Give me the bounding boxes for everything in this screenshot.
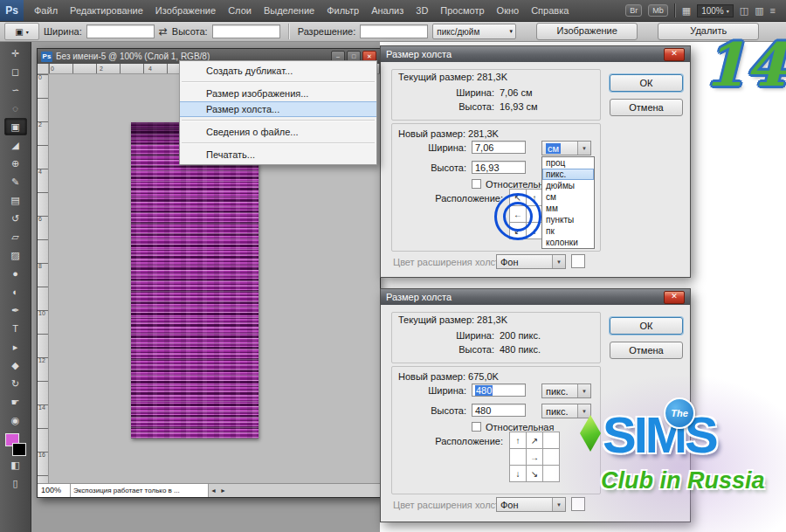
anchor-cell[interactable]: ↗	[526, 432, 543, 449]
crop-height-input[interactable]	[212, 24, 280, 38]
menu-item-file-info[interactable]: Сведения о файле...	[180, 124, 376, 140]
tool-preset-picker[interactable]: ▣ ▾	[4, 23, 39, 40]
canvas-extension-color-select[interactable]: Фон ▼	[496, 254, 566, 269]
ruler-number: 8	[38, 263, 48, 310]
annotation-circle-inner	[503, 202, 533, 231]
anchor-cell-selected[interactable]	[509, 448, 527, 466]
cancel-button[interactable]: Отмена	[610, 99, 683, 116]
close-icon[interactable]: ✕	[664, 291, 685, 304]
ok-button[interactable]: ОК	[610, 74, 683, 92]
arrange-documents-icon[interactable]: ◫	[740, 5, 748, 17]
dialog-titlebar[interactable]: Размер холста ✕	[381, 289, 690, 305]
quick-selection-tool[interactable]: ◌	[5, 100, 26, 117]
menu-item-file[interactable]: Файл	[28, 0, 64, 21]
relative-checkbox[interactable]	[472, 422, 481, 432]
unit-option-mm[interactable]: мм	[542, 203, 594, 214]
status-left-arrow-icon[interactable]: ◄	[209, 487, 218, 494]
anchor-cell[interactable]: →	[526, 448, 543, 466]
logo-sims-text: SIMS	[603, 410, 716, 460]
path-selection-tool[interactable]: ▸	[5, 338, 26, 356]
menu-item-layers[interactable]: Слои	[222, 0, 258, 21]
menu-item-window[interactable]: Окно	[491, 0, 526, 21]
anchor-label: Расположение:	[405, 193, 503, 204]
hand-tool[interactable]: ☛	[5, 393, 26, 411]
resolution-unit-select[interactable]: пикс/дюйм ▼	[432, 24, 516, 39]
menu-item-image[interactable]: Изображение	[149, 0, 222, 21]
move-tool[interactable]: ✛	[5, 45, 26, 62]
menu-item-help[interactable]: Справка	[525, 0, 575, 21]
pen-tool[interactable]: ✒	[5, 301, 26, 319]
dodge-tool[interactable]: ◐	[5, 283, 26, 301]
crop-width-input[interactable]	[86, 24, 155, 38]
chevron-down-icon[interactable]: ▼	[577, 142, 590, 155]
unit-option-inches[interactable]: дюймы	[542, 180, 594, 191]
menu-item-duplicate[interactable]: Создать дубликат...	[180, 63, 376, 79]
history-brush-tool[interactable]: ↺	[5, 210, 26, 227]
sims-club-logo: SIMS The Club in Russia	[576, 397, 784, 530]
menu-item-3d[interactable]: 3D	[410, 0, 434, 21]
workspace-icon[interactable]: ≡	[770, 5, 776, 16]
menu-item-edit[interactable]: Редактирование	[64, 0, 149, 21]
width-unit-value: см	[546, 143, 561, 154]
shape-tool[interactable]: ◆	[5, 356, 26, 374]
new-width-input[interactable]: 480	[472, 383, 526, 397]
document-image[interactable]	[131, 122, 259, 439]
unit-option-pixels[interactable]: пикс.	[542, 169, 594, 180]
menu-item-print[interactable]: Печатать...	[180, 147, 376, 162]
unit-option-columns[interactable]: колонки	[542, 237, 594, 248]
status-right-arrow-icon[interactable]: ►	[218, 487, 228, 494]
anchor-cell[interactable]: ↘	[526, 465, 543, 482]
brush-tool[interactable]: ✎	[5, 173, 26, 190]
dialog-titlebar[interactable]: Размер холста ✕	[381, 46, 690, 62]
screen-mode-icon[interactable]: ▯	[5, 474, 26, 492]
zoom-tool[interactable]: ◉	[5, 411, 26, 429]
menu-item-view[interactable]: Просмотр	[434, 0, 490, 21]
launch-minibridge-button[interactable]: Mb	[648, 4, 668, 17]
anchor-cell[interactable]: ↑	[509, 432, 527, 449]
canvas-extension-color-swatch[interactable]	[571, 254, 585, 268]
unit-option-percent[interactable]: проц	[542, 157, 594, 169]
unit-option-cm[interactable]: см	[542, 191, 594, 203]
menu-item-canvas-size[interactable]: Размер холста...	[180, 101, 376, 117]
marquee-tool[interactable]: ◻	[5, 63, 26, 80]
new-width-input[interactable]: 7,06	[472, 141, 526, 154]
lasso-tool[interactable]: ∽	[5, 81, 26, 99]
blur-tool[interactable]: ●	[5, 265, 26, 282]
eyedropper-tool[interactable]: ◢	[5, 136, 26, 154]
crop-tool[interactable]: ▣	[4, 118, 27, 135]
close-icon[interactable]: ✕	[664, 48, 685, 61]
status-zoom-field[interactable]: 100%	[38, 484, 71, 497]
launch-bridge-button[interactable]: Br	[625, 4, 642, 17]
new-height-input[interactable]: 480	[472, 404, 526, 417]
menu-separator	[182, 120, 375, 121]
ok-button[interactable]: ОК	[610, 317, 683, 335]
quick-mask-icon[interactable]: ◧	[5, 456, 26, 473]
background-color-swatch[interactable]	[12, 443, 26, 456]
screen-mode-icon[interactable]: ▥	[755, 5, 763, 17]
healing-brush-tool[interactable]: ⊕	[5, 155, 26, 172]
anchor-cell[interactable]: ↓	[509, 465, 527, 482]
gradient-tool[interactable]: ▨	[5, 246, 26, 264]
new-height-input[interactable]: 16,93	[472, 161, 526, 174]
view-extras-icon[interactable]: ▦	[682, 5, 691, 17]
menu-item-analysis[interactable]: Анализ	[365, 0, 410, 21]
menu-item-select[interactable]: Выделение	[258, 0, 321, 21]
zoom-level-field[interactable]: 100% ▾	[697, 4, 734, 17]
type-tool[interactable]: T	[5, 320, 26, 337]
photoshop-logo[interactable]: Ps	[0, 0, 24, 21]
front-image-button[interactable]: Изображение	[536, 23, 638, 40]
cancel-button[interactable]: Отмена	[610, 342, 683, 359]
swap-dimensions-icon[interactable]: ⇄	[159, 25, 168, 38]
resolution-input[interactable]	[360, 24, 428, 38]
width-unit-select[interactable]: см ▼	[541, 141, 591, 155]
clone-stamp-tool[interactable]: ▤	[5, 191, 26, 209]
unit-option-points[interactable]: пункты	[542, 214, 594, 225]
chevron-down-icon: ▾	[26, 29, 29, 35]
rotate-3d-tool[interactable]: ↻	[5, 375, 26, 392]
relative-checkbox[interactable]	[472, 179, 481, 189]
crop-height-label: Высота:	[172, 26, 208, 37]
menu-item-filter[interactable]: Фильтр	[321, 0, 365, 21]
unit-option-picas[interactable]: пк	[542, 225, 594, 237]
menu-item-image-size[interactable]: Размер изображения...	[180, 86, 376, 101]
eraser-tool[interactable]: ▱	[5, 228, 26, 245]
